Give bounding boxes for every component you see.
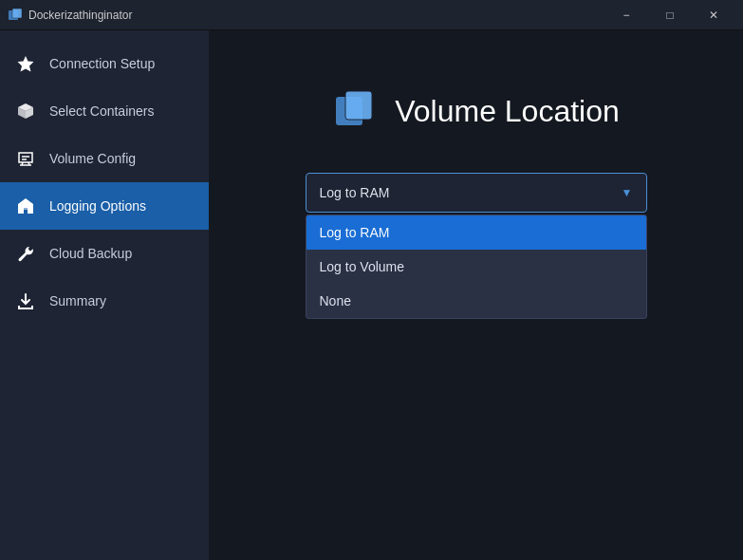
app-title: Dockerizathinginator bbox=[28, 9, 604, 22]
volume-icon bbox=[15, 148, 36, 169]
minimize-button[interactable]: − bbox=[604, 0, 648, 30]
dropdown-current-value: Log to RAM bbox=[320, 185, 390, 200]
dropdown-trigger[interactable]: Log to RAM ▼ bbox=[306, 173, 647, 213]
window-controls: − □ ✕ bbox=[604, 0, 735, 30]
star-icon bbox=[15, 53, 36, 74]
chevron-down-icon: ▼ bbox=[622, 186, 633, 199]
dropdown-option-log-to-volume[interactable]: Log to Volume bbox=[306, 250, 646, 284]
svg-rect-4 bbox=[345, 91, 372, 120]
volume-location-dropdown-wrapper: Log to RAM ▼ Log to RAM Log to Volume No… bbox=[306, 173, 647, 213]
sidebar-item-label: Logging Options bbox=[49, 198, 146, 214]
svg-marker-2 bbox=[18, 56, 34, 72]
sidebar-item-label: Connection Setup bbox=[49, 56, 155, 71]
dropdown-menu: Log to RAM Log to Volume None bbox=[306, 215, 647, 319]
containers-icon bbox=[15, 101, 36, 121]
sidebar-item-label: Volume Config bbox=[49, 151, 136, 166]
logging-icon bbox=[15, 196, 36, 216]
sidebar-item-summary[interactable]: Summary bbox=[0, 277, 209, 325]
sidebar-item-label: Cloud Backup bbox=[49, 246, 132, 261]
sidebar-item-logging-options[interactable]: Logging Options bbox=[0, 182, 209, 230]
main-layout: Connection Setup Select Containers bbox=[0, 30, 743, 560]
wrench-icon bbox=[15, 243, 36, 264]
sidebar-item-select-containers[interactable]: Select Containers bbox=[0, 87, 209, 135]
titlebar: Dockerizathinginator − □ ✕ bbox=[0, 0, 743, 30]
sidebar-item-volume-config[interactable]: Volume Config bbox=[0, 135, 209, 182]
close-button[interactable]: ✕ bbox=[692, 0, 735, 30]
sidebar: Connection Setup Select Containers bbox=[0, 30, 209, 560]
page-header: Volume Location bbox=[332, 87, 620, 135]
svg-rect-1 bbox=[12, 9, 22, 18]
sidebar-item-cloud-backup[interactable]: Cloud Backup bbox=[0, 230, 209, 277]
download-icon bbox=[15, 290, 36, 311]
dropdown-option-none[interactable]: None bbox=[306, 284, 646, 318]
dropdown-option-log-to-ram[interactable]: Log to RAM bbox=[306, 215, 646, 250]
app-icon bbox=[8, 8, 23, 23]
page-icon bbox=[332, 87, 380, 135]
sidebar-item-connection-setup[interactable]: Connection Setup bbox=[0, 40, 209, 87]
content-area: Volume Location Log to RAM ▼ Log to RAM … bbox=[209, 30, 743, 560]
page-title: Volume Location bbox=[395, 94, 620, 129]
sidebar-item-label: Select Containers bbox=[49, 103, 155, 119]
maximize-button[interactable]: □ bbox=[648, 0, 692, 30]
sidebar-item-label: Summary bbox=[49, 293, 106, 308]
